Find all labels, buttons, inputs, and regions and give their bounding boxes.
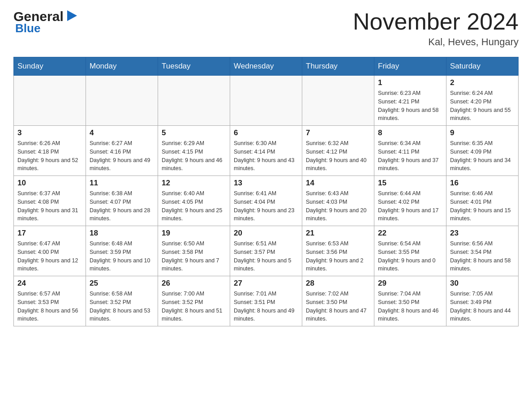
day-number: 1 xyxy=(378,78,442,87)
calendar-cell: 25Sunrise: 6:58 AMSunset: 3:52 PMDayligh… xyxy=(86,276,158,326)
weekday-header-row: SundayMondayTuesdayWednesdayThursdayFrid… xyxy=(14,57,519,76)
calendar-cell xyxy=(230,76,302,126)
day-number: 30 xyxy=(450,279,515,288)
day-info: Sunrise: 7:02 AMSunset: 3:50 PMDaylight:… xyxy=(306,290,370,323)
day-number: 8 xyxy=(378,128,442,137)
calendar-week-1: 1Sunrise: 6:23 AMSunset: 4:21 PMDaylight… xyxy=(14,76,519,126)
calendar-cell: 6Sunrise: 6:30 AMSunset: 4:14 PMDaylight… xyxy=(230,126,302,176)
calendar-cell: 11Sunrise: 6:38 AMSunset: 4:07 PMDayligh… xyxy=(86,176,158,226)
calendar-cell: 8Sunrise: 6:34 AMSunset: 4:11 PMDaylight… xyxy=(374,126,446,176)
calendar-cell: 17Sunrise: 6:47 AMSunset: 4:00 PMDayligh… xyxy=(14,226,86,276)
day-number: 5 xyxy=(162,128,226,137)
calendar-cell: 1Sunrise: 6:23 AMSunset: 4:21 PMDaylight… xyxy=(374,76,446,126)
calendar-cell: 26Sunrise: 7:00 AMSunset: 3:52 PMDayligh… xyxy=(158,276,230,326)
page-header: General Blue November 2024 Kal, Heves, H… xyxy=(13,9,519,48)
calendar-cell: 4Sunrise: 6:27 AMSunset: 4:16 PMDaylight… xyxy=(86,126,158,176)
day-info: Sunrise: 6:58 AMSunset: 3:52 PMDaylight:… xyxy=(90,290,154,323)
day-info: Sunrise: 6:53 AMSunset: 3:56 PMDaylight:… xyxy=(306,240,370,273)
day-info: Sunrise: 6:47 AMSunset: 4:00 PMDaylight:… xyxy=(17,240,82,273)
day-info: Sunrise: 6:35 AMSunset: 4:09 PMDaylight:… xyxy=(450,139,515,173)
day-info: Sunrise: 6:23 AMSunset: 4:21 PMDaylight:… xyxy=(378,89,442,123)
weekday-header-saturday: Saturday xyxy=(446,57,519,76)
logo-triangle-icon xyxy=(64,9,79,23)
day-number: 16 xyxy=(450,179,515,188)
day-number: 11 xyxy=(90,179,154,188)
calendar-cell: 2Sunrise: 6:24 AMSunset: 4:20 PMDaylight… xyxy=(446,76,519,126)
weekday-header-monday: Monday xyxy=(86,57,158,76)
day-number: 17 xyxy=(17,229,82,238)
weekday-header-thursday: Thursday xyxy=(302,57,374,76)
day-info: Sunrise: 6:56 AMSunset: 3:54 PMDaylight:… xyxy=(450,240,515,273)
day-number: 10 xyxy=(17,179,82,188)
calendar-cell: 15Sunrise: 6:44 AMSunset: 4:02 PMDayligh… xyxy=(374,176,446,226)
day-info: Sunrise: 6:51 AMSunset: 3:57 PMDaylight:… xyxy=(234,240,298,273)
day-number: 20 xyxy=(234,229,298,238)
calendar-week-5: 24Sunrise: 6:57 AMSunset: 3:53 PMDayligh… xyxy=(14,276,519,326)
calendar-cell: 28Sunrise: 7:02 AMSunset: 3:50 PMDayligh… xyxy=(302,276,374,326)
month-title: November 2024 xyxy=(353,9,519,34)
day-info: Sunrise: 6:50 AMSunset: 3:58 PMDaylight:… xyxy=(162,240,226,273)
day-info: Sunrise: 6:27 AMSunset: 4:16 PMDaylight:… xyxy=(90,139,154,173)
day-number: 23 xyxy=(450,229,515,238)
day-info: Sunrise: 6:24 AMSunset: 4:20 PMDaylight:… xyxy=(450,89,515,123)
day-info: Sunrise: 6:48 AMSunset: 3:59 PMDaylight:… xyxy=(90,240,154,273)
calendar-cell: 5Sunrise: 6:29 AMSunset: 4:15 PMDaylight… xyxy=(158,126,230,176)
calendar-cell: 27Sunrise: 7:01 AMSunset: 3:51 PMDayligh… xyxy=(230,276,302,326)
day-info: Sunrise: 6:40 AMSunset: 4:05 PMDaylight:… xyxy=(162,189,226,223)
calendar-cell xyxy=(14,76,86,126)
day-number: 3 xyxy=(17,128,82,137)
calendar-cell: 3Sunrise: 6:26 AMSunset: 4:18 PMDaylight… xyxy=(14,126,86,176)
day-number: 19 xyxy=(162,229,226,238)
day-number: 29 xyxy=(378,279,442,288)
day-info: Sunrise: 6:41 AMSunset: 4:04 PMDaylight:… xyxy=(234,189,298,223)
day-info: Sunrise: 6:54 AMSunset: 3:55 PMDaylight:… xyxy=(378,240,442,273)
day-info: Sunrise: 7:01 AMSunset: 3:51 PMDaylight:… xyxy=(234,290,298,323)
day-number: 21 xyxy=(306,229,370,238)
calendar-cell: 24Sunrise: 6:57 AMSunset: 3:53 PMDayligh… xyxy=(14,276,86,326)
calendar-cell: 23Sunrise: 6:56 AMSunset: 3:54 PMDayligh… xyxy=(446,226,519,276)
day-info: Sunrise: 6:34 AMSunset: 4:11 PMDaylight:… xyxy=(378,139,442,173)
day-info: Sunrise: 6:44 AMSunset: 4:02 PMDaylight:… xyxy=(378,189,442,223)
calendar-cell: 20Sunrise: 6:51 AMSunset: 3:57 PMDayligh… xyxy=(230,226,302,276)
calendar-week-3: 10Sunrise: 6:37 AMSunset: 4:08 PMDayligh… xyxy=(14,176,519,226)
calendar-cell: 30Sunrise: 7:05 AMSunset: 3:49 PMDayligh… xyxy=(446,276,519,326)
day-info: Sunrise: 6:46 AMSunset: 4:01 PMDaylight:… xyxy=(450,189,515,223)
day-info: Sunrise: 7:04 AMSunset: 3:50 PMDaylight:… xyxy=(378,290,442,323)
calendar-cell: 7Sunrise: 6:32 AMSunset: 4:12 PMDaylight… xyxy=(302,126,374,176)
day-number: 14 xyxy=(306,179,370,188)
weekday-header-friday: Friday xyxy=(374,57,446,76)
day-info: Sunrise: 7:00 AMSunset: 3:52 PMDaylight:… xyxy=(162,290,226,323)
day-info: Sunrise: 6:38 AMSunset: 4:07 PMDaylight:… xyxy=(90,189,154,223)
calendar-cell: 13Sunrise: 6:41 AMSunset: 4:04 PMDayligh… xyxy=(230,176,302,226)
weekday-header-wednesday: Wednesday xyxy=(230,57,302,76)
logo-blue: Blue xyxy=(15,21,40,35)
calendar-cell: 19Sunrise: 6:50 AMSunset: 3:58 PMDayligh… xyxy=(158,226,230,276)
calendar-cell: 22Sunrise: 6:54 AMSunset: 3:55 PMDayligh… xyxy=(374,226,446,276)
calendar-cell xyxy=(86,76,158,126)
weekday-header-sunday: Sunday xyxy=(14,57,86,76)
day-info: Sunrise: 6:30 AMSunset: 4:14 PMDaylight:… xyxy=(234,139,298,173)
calendar-cell: 16Sunrise: 6:46 AMSunset: 4:01 PMDayligh… xyxy=(446,176,519,226)
day-number: 22 xyxy=(378,229,442,238)
day-number: 18 xyxy=(90,229,154,238)
day-number: 28 xyxy=(306,279,370,288)
day-info: Sunrise: 6:32 AMSunset: 4:12 PMDaylight:… xyxy=(306,139,370,173)
day-number: 9 xyxy=(450,128,515,137)
location-title: Kal, Heves, Hungary xyxy=(353,36,519,48)
day-info: Sunrise: 6:29 AMSunset: 4:15 PMDaylight:… xyxy=(162,139,226,173)
calendar-cell: 14Sunrise: 6:43 AMSunset: 4:03 PMDayligh… xyxy=(302,176,374,226)
title-block: November 2024 Kal, Heves, Hungary xyxy=(353,9,519,48)
day-number: 2 xyxy=(450,78,515,87)
svg-marker-0 xyxy=(67,10,77,21)
day-number: 25 xyxy=(90,279,154,288)
day-info: Sunrise: 6:43 AMSunset: 4:03 PMDaylight:… xyxy=(306,189,370,223)
calendar-table: SundayMondayTuesdayWednesdayThursdayFrid… xyxy=(13,57,519,326)
calendar-week-2: 3Sunrise: 6:26 AMSunset: 4:18 PMDaylight… xyxy=(14,126,519,176)
calendar-cell xyxy=(158,76,230,126)
day-number: 6 xyxy=(234,128,298,137)
calendar-cell: 12Sunrise: 6:40 AMSunset: 4:05 PMDayligh… xyxy=(158,176,230,226)
day-info: Sunrise: 6:26 AMSunset: 4:18 PMDaylight:… xyxy=(17,139,82,173)
day-number: 24 xyxy=(17,279,82,288)
day-number: 13 xyxy=(234,179,298,188)
calendar-cell xyxy=(302,76,374,126)
